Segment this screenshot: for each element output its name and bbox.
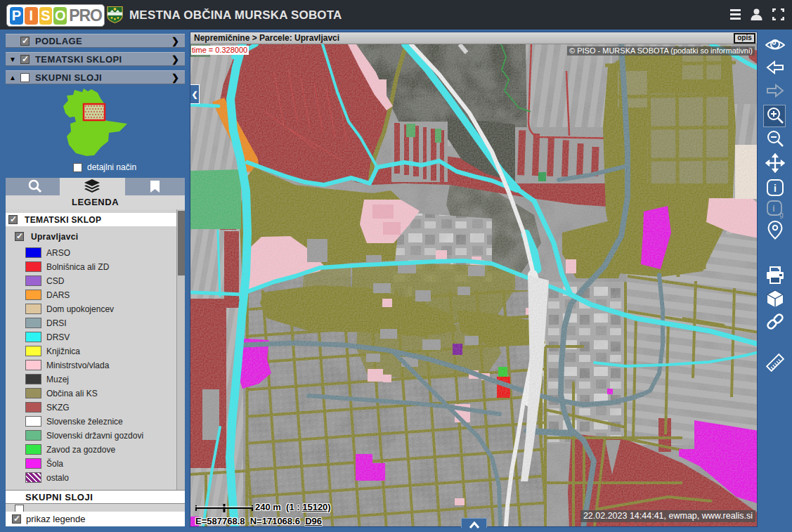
svg-text:g: g [779, 211, 784, 219]
svg-text:i: i [774, 183, 777, 194]
svg-text:i: i [772, 204, 774, 214]
